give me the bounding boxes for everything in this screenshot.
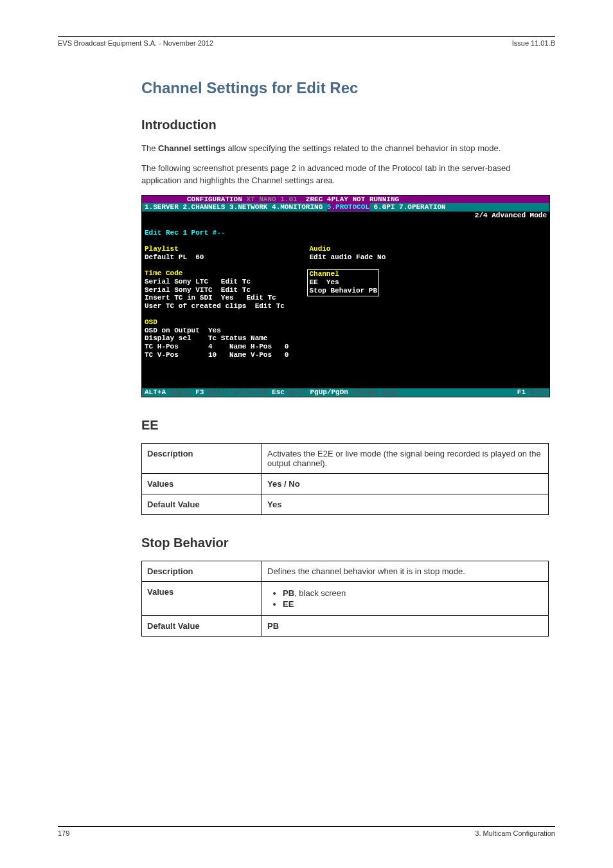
ss-foot-basic: :Basic/Advanced	[204, 388, 272, 396]
ss-playlist-v: Default PL 60	[145, 253, 204, 261]
ss-playlist-h: Playlist	[145, 245, 179, 253]
ee-values-label: Values	[142, 473, 262, 494]
ss-body: Edit Rec 1 Port #-- Playlist Default PL …	[142, 219, 549, 388]
ss-tc3: Insert TC in SDI Yes Edit Tc	[145, 294, 276, 302]
page-title: Channel Settings for Edit Rec	[141, 79, 549, 97]
config-screenshot: CONFIGURATION XT NANO 1.01 2REC 4PLAY NO…	[141, 195, 550, 397]
header-left: EVS Broadcast Equipment S.A. - November …	[58, 39, 213, 47]
stop-values-list: PB, black screen EE	[267, 588, 543, 609]
ss-osd1: OSD on Output Yes	[145, 327, 221, 334]
ss-audio-h: Audio	[309, 245, 330, 253]
ss-titlebar: CONFIGURATION XT NANO 1.01 2REC 4PLAY NO…	[142, 195, 549, 204]
stop-v1-rest: , black screen	[294, 588, 346, 598]
ss-foot-chg: :Change page	[348, 388, 399, 396]
ss-bar-left: CONFIGURATION	[145, 195, 246, 203]
ss-tabs: 1.SERVER 2.CHANNELS 3.NETWORK 4.MONITORI…	[142, 203, 549, 212]
ee-values-val: Yes / No	[262, 473, 549, 494]
ss-footer: ALT+A:Apply F3:Basic/Advanced Esc:Quit P…	[142, 388, 549, 397]
ss-columns: Playlist Default PL 60 Time Code Serial …	[145, 245, 547, 359]
ss-chan1: EE Yes	[309, 278, 339, 286]
stop-values-cell: PB, black screen EE	[262, 581, 549, 615]
ss-foot-pg: PgUp/PgDn	[310, 388, 348, 396]
stop-heading: Stop Behavior	[141, 536, 549, 550]
ss-foot-right: F1:Help	[517, 388, 547, 397]
ss-tc2: Serial Sony VITC Edit Tc	[145, 286, 251, 294]
ss-foot-apply: :Apply	[166, 388, 195, 396]
ss-tc4: User TC of created clips Edit Tc	[145, 302, 285, 310]
ss-foot-f1: F1	[517, 388, 526, 396]
ss-foot-f3: F3	[195, 388, 204, 396]
table-row: Default Value Yes	[142, 494, 549, 514]
ss-col-right: Audio Edit audio Fade No Channel EE Yes …	[309, 245, 386, 359]
stop-table: Description Defines the channel behavior…	[141, 561, 549, 637]
intro-p1-pre: The	[141, 143, 158, 153]
ss-foot-esc: Esc	[272, 388, 285, 396]
ee-def-label: Default Value	[142, 494, 262, 514]
ee-desc-val: Activates the E2E or live mode (the sign…	[262, 443, 549, 473]
ss-tabs-rest: 6.GPI 7.OPERATION	[369, 203, 446, 211]
table-row: Default Value PB	[142, 615, 549, 636]
stop-v1-bold: PB	[283, 588, 294, 598]
ee-desc-label: Description	[142, 443, 262, 473]
table-row: Values Yes / No	[142, 473, 549, 494]
ss-bar-right: 2REC 4PLAY NOT RUNNING	[306, 195, 399, 203]
stop-def-val: PB	[262, 615, 549, 636]
ss-bar-mid: XT NANO 1.01	[246, 195, 305, 203]
ss-chan-h: Channel	[309, 270, 339, 278]
table-row: Description Defines the channel behavior…	[142, 561, 549, 581]
ss-mode: 2/4 Advanced Mode	[142, 212, 549, 220]
ss-osd2: Display sel Tc Status Name	[145, 334, 267, 342]
page: EVS Broadcast Equipment S.A. - November …	[0, 0, 613, 868]
ss-channel-box: Channel EE Yes Stop Behavior PB	[307, 269, 379, 296]
ss-osd4: TC V-Pos 10 Name V-Pos 0	[145, 351, 289, 359]
ss-chan2: Stop Behavior PB	[309, 287, 377, 294]
intro-p2: The following screenshot presents page 2…	[141, 163, 549, 187]
ss-foot-help: :Help	[526, 388, 547, 396]
header-right: Issue 11.01.B	[512, 39, 555, 47]
intro-p1-bold: Channel settings	[158, 143, 226, 153]
ee-heading: EE	[141, 418, 549, 433]
content: Channel Settings for Edit Rec Introducti…	[141, 79, 549, 637]
page-header: EVS Broadcast Equipment S.A. - November …	[58, 39, 555, 47]
stop-desc-val: Defines the channel behavior when it is …	[262, 561, 549, 581]
intro-p1-post: allow specifying the settings related to…	[226, 143, 501, 153]
page-footer: 179 3. Multicam Configuration	[58, 826, 555, 837]
stop-def-label: Default Value	[142, 615, 262, 636]
ss-col-left: Playlist Default PL 60 Time Code Serial …	[145, 245, 289, 359]
footer-left: 179	[58, 829, 69, 837]
list-item: PB, black screen	[283, 588, 543, 598]
top-rule	[58, 36, 555, 37]
table-row: Values PB, black screen EE	[142, 581, 549, 615]
ss-edit-port: Edit Rec 1 Port #--	[145, 229, 225, 237]
ss-tc-h: Time Code	[145, 269, 182, 277]
footer-right: 3. Multicam Configuration	[475, 829, 555, 837]
ss-osd-h: OSD	[145, 318, 157, 326]
ss-foot-quit: :Quit	[285, 388, 310, 396]
ss-tab-active: 5.PROTOCOL	[327, 203, 369, 211]
ss-tabs-left: 1.SERVER 2.CHANNELS 3.NETWORK 4.MONITORI…	[145, 203, 327, 211]
ee-table: Description Activates the E2E or live mo…	[141, 443, 549, 515]
ee-def-val: Yes	[262, 494, 549, 514]
list-item: EE	[283, 599, 543, 609]
stop-values-label: Values	[142, 581, 262, 615]
ss-foot-alt: ALT+A	[145, 388, 166, 396]
table-row: Description Activates the E2E or live mo…	[142, 443, 549, 473]
intro-heading: Introduction	[141, 118, 549, 132]
stop-desc-label: Description	[142, 561, 262, 581]
ss-audio-v: Edit audio Fade No	[309, 253, 386, 261]
intro-p1: The Channel settings allow specifying th…	[141, 143, 549, 155]
ss-osd3: TC H-Pos 4 Name H-Pos 0	[145, 343, 289, 350]
ss-tc1: Serial Sony LTC Edit Tc	[145, 278, 251, 285]
